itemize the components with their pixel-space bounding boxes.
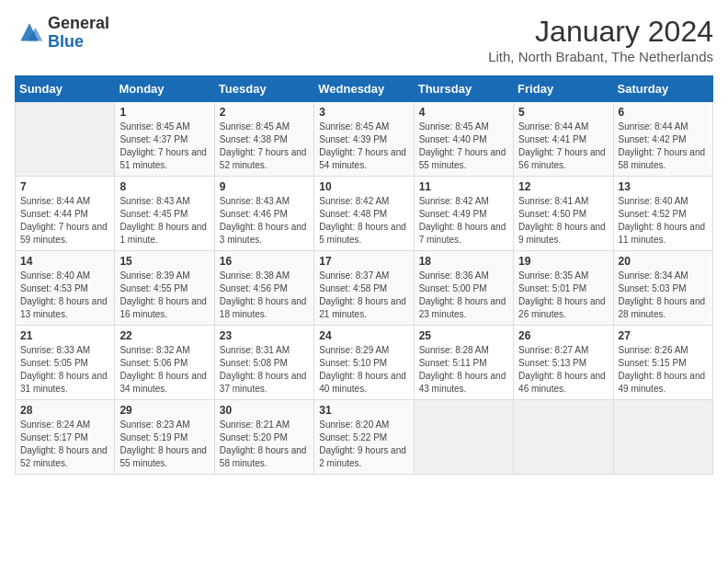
- day-number: 25: [419, 329, 508, 342]
- day-info: Sunrise: 8:36 AMSunset: 5:00 PMDaylight:…: [419, 270, 508, 321]
- day-info: Sunrise: 8:23 AMSunset: 5:19 PMDaylight:…: [119, 419, 209, 470]
- header-sunday: Sunday: [16, 76, 115, 102]
- day-number: 7: [20, 180, 109, 193]
- day-number: 12: [518, 180, 608, 193]
- day-info: Sunrise: 8:40 AMSunset: 4:53 PMDaylight:…: [20, 270, 109, 321]
- logo-text: General Blue: [48, 15, 109, 52]
- calendar-cell: 26 Sunrise: 8:27 AMSunset: 5:13 PMDaylig…: [514, 326, 613, 400]
- day-info: Sunrise: 8:44 AMSunset: 4:44 PMDaylight:…: [20, 195, 109, 247]
- week-row-2: 14 Sunrise: 8:40 AMSunset: 4:53 PMDaylig…: [16, 251, 713, 326]
- calendar-cell: 24 Sunrise: 8:29 AMSunset: 5:10 PMDaylig…: [314, 326, 414, 400]
- day-number: 14: [20, 255, 109, 268]
- day-number: 17: [319, 255, 408, 268]
- calendar-cell: 4 Sunrise: 8:45 AMSunset: 4:40 PMDayligh…: [414, 102, 513, 177]
- day-number: 19: [518, 255, 608, 268]
- day-info: Sunrise: 8:43 AMSunset: 4:45 PMDaylight:…: [119, 195, 209, 247]
- day-number: 15: [119, 255, 209, 268]
- day-number: 24: [319, 329, 408, 342]
- calendar-cell: 25 Sunrise: 8:28 AMSunset: 5:11 PMDaylig…: [414, 326, 513, 400]
- title-block: January 2024 Lith, North Brabant, The Ne…: [488, 15, 713, 64]
- day-number: 1: [119, 106, 209, 119]
- calendar-cell: 31 Sunrise: 8:20 AMSunset: 5:22 PMDaylig…: [314, 400, 414, 475]
- calendar-cell: 29 Sunrise: 8:23 AMSunset: 5:19 PMDaylig…: [115, 400, 214, 475]
- calendar-cell: 7 Sunrise: 8:44 AMSunset: 4:44 PMDayligh…: [16, 177, 115, 251]
- header-thursday: Thursday: [414, 76, 513, 102]
- day-info: Sunrise: 8:45 AMSunset: 4:38 PMDaylight:…: [220, 121, 309, 172]
- calendar-cell: [16, 102, 115, 177]
- week-row-1: 7 Sunrise: 8:44 AMSunset: 4:44 PMDayligh…: [16, 177, 713, 251]
- header-monday: Monday: [115, 76, 214, 102]
- month-title: January 2024: [488, 15, 713, 49]
- day-number: 27: [619, 329, 708, 342]
- calendar-cell: 12 Sunrise: 8:41 AMSunset: 4:50 PMDaylig…: [514, 177, 613, 251]
- day-number: 29: [119, 404, 209, 417]
- week-row-3: 21 Sunrise: 8:33 AMSunset: 5:05 PMDaylig…: [16, 326, 713, 400]
- logo-icon: [15, 20, 44, 46]
- day-info: Sunrise: 8:27 AMSunset: 5:13 PMDaylight:…: [518, 344, 608, 396]
- calendar-table: SundayMondayTuesdayWednesdayThursdayFrid…: [15, 75, 713, 475]
- day-number: 10: [319, 180, 408, 193]
- day-info: Sunrise: 8:44 AMSunset: 4:42 PMDaylight:…: [619, 121, 708, 172]
- calendar-cell: 13 Sunrise: 8:40 AMSunset: 4:52 PMDaylig…: [613, 177, 712, 251]
- day-info: Sunrise: 8:33 AMSunset: 5:05 PMDaylight:…: [20, 344, 109, 396]
- calendar-cell: 9 Sunrise: 8:43 AMSunset: 4:46 PMDayligh…: [214, 177, 313, 251]
- header-row: SundayMondayTuesdayWednesdayThursdayFrid…: [16, 76, 713, 102]
- calendar-cell: 16 Sunrise: 8:38 AMSunset: 4:56 PMDaylig…: [214, 251, 313, 326]
- day-number: 30: [220, 404, 309, 417]
- day-number: 23: [220, 329, 309, 342]
- day-info: Sunrise: 8:45 AMSunset: 4:39 PMDaylight:…: [319, 121, 408, 172]
- header-wednesday: Wednesday: [314, 76, 414, 102]
- day-number: 31: [319, 404, 408, 417]
- day-number: 16: [220, 255, 309, 268]
- day-number: 21: [20, 329, 109, 342]
- calendar-cell: 27 Sunrise: 8:26 AMSunset: 5:15 PMDaylig…: [613, 326, 712, 400]
- calendar-cell: 18 Sunrise: 8:36 AMSunset: 5:00 PMDaylig…: [414, 251, 513, 326]
- day-info: Sunrise: 8:32 AMSunset: 5:06 PMDaylight:…: [119, 344, 209, 396]
- day-info: Sunrise: 8:35 AMSunset: 5:01 PMDaylight:…: [518, 270, 608, 321]
- day-number: 18: [419, 255, 508, 268]
- header-tuesday: Tuesday: [214, 76, 313, 102]
- day-info: Sunrise: 8:41 AMSunset: 4:50 PMDaylight:…: [518, 195, 608, 247]
- day-number: 22: [119, 329, 209, 342]
- day-info: Sunrise: 8:42 AMSunset: 4:49 PMDaylight:…: [419, 195, 508, 247]
- day-number: 28: [20, 404, 109, 417]
- calendar-cell: 17 Sunrise: 8:37 AMSunset: 4:58 PMDaylig…: [314, 251, 414, 326]
- day-number: 4: [419, 106, 508, 119]
- day-info: Sunrise: 8:39 AMSunset: 4:55 PMDaylight:…: [119, 270, 209, 321]
- day-number: 2: [220, 106, 309, 119]
- header-friday: Friday: [514, 76, 613, 102]
- day-info: Sunrise: 8:40 AMSunset: 4:52 PMDaylight:…: [619, 195, 708, 247]
- calendar-cell: 8 Sunrise: 8:43 AMSunset: 4:45 PMDayligh…: [115, 177, 214, 251]
- calendar-cell: 19 Sunrise: 8:35 AMSunset: 5:01 PMDaylig…: [514, 251, 613, 326]
- calendar-cell: 10 Sunrise: 8:42 AMSunset: 4:48 PMDaylig…: [314, 177, 414, 251]
- calendar-cell: [514, 400, 613, 475]
- calendar-cell: 5 Sunrise: 8:44 AMSunset: 4:41 PMDayligh…: [514, 102, 613, 177]
- day-info: Sunrise: 8:45 AMSunset: 4:37 PMDaylight:…: [119, 121, 209, 172]
- logo: General Blue: [15, 15, 109, 52]
- header-saturday: Saturday: [613, 76, 712, 102]
- calendar-cell: 2 Sunrise: 8:45 AMSunset: 4:38 PMDayligh…: [214, 102, 313, 177]
- day-info: Sunrise: 8:24 AMSunset: 5:17 PMDaylight:…: [20, 419, 109, 470]
- calendar-cell: 22 Sunrise: 8:32 AMSunset: 5:06 PMDaylig…: [115, 326, 214, 400]
- subtitle: Lith, North Brabant, The Netherlands: [488, 49, 713, 64]
- calendar-cell: 21 Sunrise: 8:33 AMSunset: 5:05 PMDaylig…: [16, 326, 115, 400]
- day-info: Sunrise: 8:26 AMSunset: 5:15 PMDaylight:…: [619, 344, 708, 396]
- day-info: Sunrise: 8:44 AMSunset: 4:41 PMDaylight:…: [518, 121, 608, 172]
- day-number: 26: [518, 329, 608, 342]
- day-info: Sunrise: 8:31 AMSunset: 5:08 PMDaylight:…: [220, 344, 309, 396]
- day-number: 20: [619, 255, 708, 268]
- calendar-cell: 23 Sunrise: 8:31 AMSunset: 5:08 PMDaylig…: [214, 326, 313, 400]
- calendar-cell: 14 Sunrise: 8:40 AMSunset: 4:53 PMDaylig…: [16, 251, 115, 326]
- day-info: Sunrise: 8:29 AMSunset: 5:10 PMDaylight:…: [319, 344, 408, 396]
- week-row-4: 28 Sunrise: 8:24 AMSunset: 5:17 PMDaylig…: [16, 400, 713, 475]
- calendar-cell: 6 Sunrise: 8:44 AMSunset: 4:42 PMDayligh…: [613, 102, 712, 177]
- day-number: 3: [319, 106, 408, 119]
- day-info: Sunrise: 8:38 AMSunset: 4:56 PMDaylight:…: [220, 270, 309, 321]
- day-number: 9: [220, 180, 309, 193]
- calendar-cell: [613, 400, 712, 475]
- day-info: Sunrise: 8:42 AMSunset: 4:48 PMDaylight:…: [319, 195, 408, 247]
- page-header: General Blue January 2024 Lith, North Br…: [15, 15, 713, 64]
- calendar-cell: 11 Sunrise: 8:42 AMSunset: 4:49 PMDaylig…: [414, 177, 513, 251]
- week-row-0: 1 Sunrise: 8:45 AMSunset: 4:37 PMDayligh…: [16, 102, 713, 177]
- calendar-cell: 1 Sunrise: 8:45 AMSunset: 4:37 PMDayligh…: [115, 102, 214, 177]
